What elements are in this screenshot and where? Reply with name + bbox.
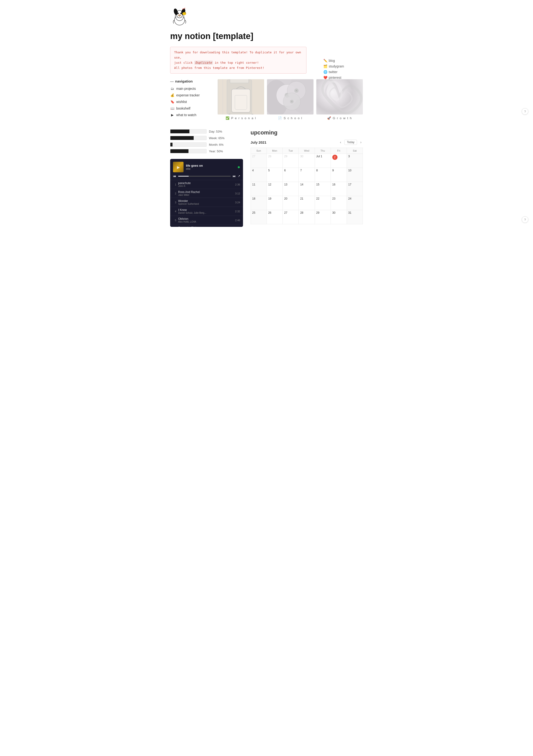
cal-header-thu: Thu — [315, 148, 331, 154]
nav-item-expense-tracker[interactable]: 💰 expense tracker — [170, 93, 210, 97]
cal-cell[interactable]: 27 — [251, 154, 267, 168]
svg-text:♥: ♥ — [182, 8, 184, 10]
track-item[interactable]: 2 Ross And Rachel Jake Miller 3:12 — [170, 189, 243, 198]
cal-cell[interactable]: 26 — [267, 210, 283, 224]
link-studygram[interactable]: 🗂️ studygram — [323, 65, 344, 68]
cal-cell[interactable]: 9 — [331, 168, 347, 182]
nav-item-bookshelf[interactable]: 📖 bookshelf — [170, 106, 210, 111]
player-progress-track[interactable] — [178, 176, 231, 176]
cal-cell[interactable]: 5 — [267, 168, 283, 182]
cal-cell[interactable]: 23 — [331, 196, 347, 210]
day-num: 14 — [300, 183, 303, 186]
next-button[interactable]: ⏭ — [233, 174, 236, 178]
cal-cell[interactable]: 19 — [267, 196, 283, 210]
progress-bar-week-fill — [171, 136, 194, 140]
track-item[interactable]: 1 parachute John K 2:36 — [170, 180, 243, 189]
nav-item-main-projects[interactable]: 🗂 main projects — [170, 87, 210, 91]
track-item[interactable]: 4 I Know Daniel Schulz, Julie Berg... 2:… — [170, 207, 243, 216]
cal-cell[interactable]: 27 — [283, 210, 299, 224]
cal-cell[interactable]: 25 — [251, 210, 267, 224]
cal-cell[interactable]: 30 — [299, 154, 315, 168]
cal-cell[interactable]: 30 — [331, 210, 347, 224]
progress-month: Month: 6% — [170, 143, 243, 147]
player-artist: ellie — [186, 167, 235, 170]
player-progress-fill — [178, 176, 189, 176]
prev-button[interactable]: ⏮ — [173, 174, 176, 178]
track-artist: Alex Holtti, LOVA — [178, 221, 233, 223]
cal-cell[interactable]: 28 — [267, 154, 283, 168]
link-blog[interactable]: ✏️ blog — [323, 59, 344, 63]
day-num: 28 — [300, 211, 303, 214]
day-num: 23 — [332, 197, 335, 200]
cal-cell[interactable]: 16 — [331, 182, 347, 196]
gallery-item-school[interactable]: 📄 S c h o o l — [267, 79, 313, 120]
cal-cell[interactable]: 13 — [283, 182, 299, 196]
cal-cell[interactable]: 14 — [299, 182, 315, 196]
nav-item-wishlist[interactable]: 🔖 wishlist — [170, 100, 210, 104]
link-twitter[interactable]: 🌐 twitter — [323, 70, 344, 74]
player-header: life goes on ellie ● — [170, 159, 243, 174]
day-num: 3 — [348, 155, 350, 158]
track-name: I Know — [178, 208, 233, 212]
cal-prev-button[interactable]: ‹ — [339, 140, 343, 145]
player-controls[interactable]: ⏮ ⏭ ↗ — [170, 174, 243, 180]
svg-point-37 — [291, 101, 292, 102]
cal-cell[interactable]: 15 — [315, 182, 331, 196]
cal-cell[interactable]: 24 — [347, 196, 362, 210]
track-info: Ross And Rachel Jake Miller — [178, 190, 233, 196]
svg-rect-19 — [230, 79, 249, 83]
cal-cell[interactable]: 6 — [283, 168, 299, 182]
day-num: 27 — [284, 211, 287, 214]
track-item[interactable]: 3 Wonder Spencer Sutherland 3:24 — [170, 198, 243, 207]
day-num: 5 — [268, 169, 270, 172]
cal-cell[interactable]: 3 — [347, 154, 362, 168]
track-duration: 2:36 — [235, 183, 240, 186]
day-num: 11 — [252, 183, 255, 186]
cal-today-button[interactable]: Today — [344, 140, 357, 145]
track-num: 5 — [173, 219, 176, 222]
cal-header-sat: Sat — [347, 148, 362, 154]
day-num: 28 — [268, 155, 271, 158]
cal-cell[interactable]: 22 — [315, 196, 331, 210]
progress-day: Day: 53% — [170, 129, 243, 134]
cal-cell[interactable]: 31 — [347, 210, 362, 224]
track-item[interactable]: 5 Oblivion Alex Holtti, LOVA 2:46 — [170, 216, 243, 225]
track-artist: Jake Miller — [178, 194, 233, 196]
cal-cell[interactable]: 29 — [283, 154, 299, 168]
cal-cell[interactable]: Jul 1 — [315, 154, 331, 168]
school-icon: 📄 — [278, 116, 282, 120]
track-info: Oblivion Alex Holtti, LOVA — [178, 217, 233, 223]
cal-cell[interactable]: 2 — [331, 154, 347, 168]
cal-cell[interactable]: 21 — [299, 196, 315, 210]
bookshelf-icon: 📖 — [170, 106, 174, 111]
day-num: 27 — [252, 155, 255, 158]
cal-cell[interactable]: 7 — [299, 168, 315, 182]
cal-cell[interactable]: 4 — [251, 168, 267, 182]
gallery-img-growth — [316, 79, 363, 115]
cal-cell[interactable]: 29 — [315, 210, 331, 224]
nav-item-what-to-watch[interactable]: ▶ what to watch — [170, 113, 210, 117]
gallery-label-personal: ✅ P e r s o n a l — [226, 116, 256, 120]
cal-cell[interactable]: 11 — [251, 182, 267, 196]
share-button[interactable]: ↗ — [238, 175, 240, 178]
track-list: 1 parachute John K 2:36 2 Ross And Rache… — [170, 180, 243, 227]
gallery-item-growth[interactable]: 🚀 G r o w t h — [316, 79, 363, 120]
progress-week-label: Week: 65% — [209, 136, 225, 140]
cal-cell[interactable]: 10 — [347, 168, 362, 182]
cal-cell[interactable]: 12 — [267, 182, 283, 196]
cal-cell[interactable]: 17 — [347, 182, 362, 196]
gallery-item-personal[interactable]: ✅ P e r s o n a l — [218, 79, 264, 120]
cal-cell[interactable]: 8 — [315, 168, 331, 182]
link-pinterest[interactable]: ❤️ pinterest — [323, 76, 344, 79]
cal-cell[interactable]: 20 — [283, 196, 299, 210]
cal-cell[interactable]: 28 — [299, 210, 315, 224]
progress-day-label: Day: 53% — [209, 130, 222, 133]
cal-next-button[interactable]: › — [359, 140, 363, 145]
day-num: 19 — [268, 197, 271, 200]
track-item[interactable]: 6 Superstar Sh*t Dominic Fike 2:07 — [170, 225, 243, 227]
day-num: 18 — [252, 197, 255, 200]
what-to-watch-icon: ▶ — [170, 113, 174, 117]
day-num: 31 — [348, 211, 351, 214]
cal-cell[interactable]: 18 — [251, 196, 267, 210]
progress-week: Week: 65% — [170, 136, 243, 140]
